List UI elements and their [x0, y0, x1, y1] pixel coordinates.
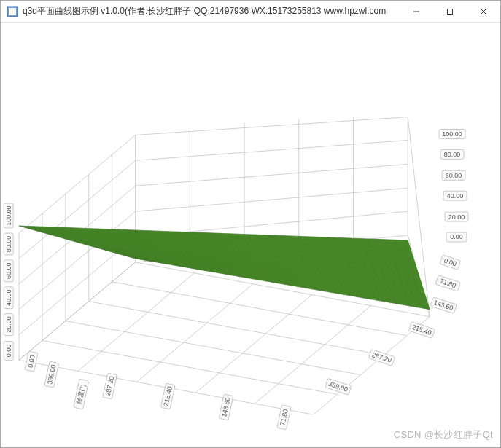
svg-text:0.00: 0.00	[5, 345, 12, 357]
app-window: q3d平面曲线图示例 v1.0.0(作者:长沙红胖子 QQ:21497936 W…	[0, 0, 501, 448]
svg-text:0.00: 0.00	[450, 233, 462, 240]
surface-chart: 100.00 80.00 60.00 40.00 20.00 0.00 100.…	[1, 23, 500, 447]
svg-text:60.00: 60.00	[446, 172, 462, 179]
minimize-button[interactable]	[400, 1, 433, 22]
window-title: q3d平面曲线图示例 v1.0.0(作者:长沙红胖子 QQ:21497936 W…	[23, 5, 400, 17]
svg-rect-1	[9, 8, 16, 15]
svg-text:0.00: 0.00	[443, 257, 458, 268]
z-axis-right-ticks: 100.00 80.00 60.00 40.00 20.00 0.00	[439, 129, 468, 241]
maximize-button[interactable]	[433, 1, 467, 22]
svg-text:80.00: 80.00	[444, 151, 460, 158]
window-controls	[400, 1, 500, 22]
svg-rect-3	[448, 9, 453, 14]
titlebar[interactable]: q3d平面曲线图示例 v1.0.0(作者:长沙红胖子 QQ:21497936 W…	[1, 1, 500, 23]
close-button[interactable]	[467, 1, 500, 22]
svg-text:20.00: 20.00	[5, 316, 12, 332]
svg-text:40.00: 40.00	[5, 289, 12, 305]
svg-text:100.00: 100.00	[442, 130, 462, 138]
x-axis-ticks: 0.00 359.00 287.20 215.40 143.60 71.80 经…	[25, 351, 291, 430]
app-icon	[7, 6, 18, 17]
z-axis-left-ticks: 100.00 80.00 60.00 40.00 20.00 0.00	[4, 203, 13, 360]
surface-plane	[19, 226, 430, 310]
svg-text:80.00: 80.00	[5, 236, 12, 252]
svg-text:40.00: 40.00	[447, 192, 463, 200]
svg-text:60.00: 60.00	[5, 263, 12, 279]
svg-text:100.00: 100.00	[5, 205, 12, 225]
chart-canvas[interactable]: 100.00 80.00 60.00 40.00 20.00 0.00 100.…	[1, 23, 500, 447]
svg-text:20.00: 20.00	[448, 213, 465, 221]
